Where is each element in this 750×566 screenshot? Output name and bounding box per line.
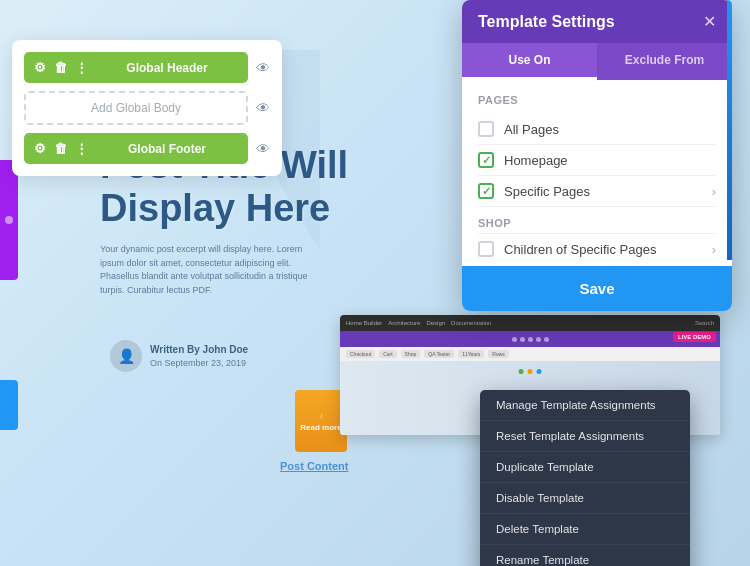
context-disable-template[interactable]: Disable Template <box>480 483 690 514</box>
global-header-row: ⚙ 🗑 ⋮ Global Header 👁 <box>24 52 270 83</box>
mini-cart: Cart <box>379 350 396 358</box>
save-button[interactable]: Save <box>462 266 732 311</box>
context-reset-assignments[interactable]: Reset Template Assignments <box>480 421 690 452</box>
global-footer-bar: ⚙ 🗑 ⋮ Global Footer <box>24 133 248 164</box>
page-item-homepage[interactable]: ✓ Homepage <box>478 145 716 176</box>
page-label-all-pages: All Pages <box>504 122 716 137</box>
toolbar-dot5 <box>544 337 549 342</box>
toolbar-dot2 <box>520 337 525 342</box>
mini-inner-dot2 <box>528 369 533 374</box>
modal-close-button[interactable]: ✕ <box>703 12 716 31</box>
read-more-label: Read more <box>300 423 341 432</box>
global-footer-row: ⚙ 🗑 ⋮ Global Footer 👁 <box>24 133 270 164</box>
global-header-bar: ⚙ 🗑 ⋮ Global Header <box>24 52 248 83</box>
page-item-children[interactable]: Children of Specific Pages › <box>478 233 716 264</box>
gear-icon[interactable]: ⚙ <box>34 60 46 75</box>
trash-icon[interactable]: 🗑 <box>54 60 67 75</box>
page-label-specific-pages: Specific Pages <box>504 184 702 199</box>
template-settings-modal: Template Settings ✕ Use On Exclude From … <box>462 0 732 311</box>
post-content-link[interactable]: Post Content <box>280 460 348 472</box>
global-header-label: Global Header <box>96 61 238 75</box>
context-manage-assignments[interactable]: Manage Template Assignments <box>480 390 690 421</box>
mini-nav-architecture: Architecture <box>388 320 420 326</box>
page-label-homepage: Homepage <box>504 153 716 168</box>
toolbar-dot4 <box>536 337 541 342</box>
sidebar-dot <box>5 216 13 224</box>
modal-tabs: Use On Exclude From <box>462 43 732 80</box>
add-global-body-bar[interactable]: Add Global Body <box>24 91 248 125</box>
mini-shop: Shop <box>401 350 421 358</box>
page-label-children: Children of Specific Pages <box>504 242 702 257</box>
author-area: 👤 Written By John Doe On September 23, 2… <box>110 340 248 372</box>
dots-icon[interactable]: ⋮ <box>75 60 88 75</box>
section-shop-label: Shop <box>478 217 716 229</box>
left-sidebar-indicator <box>0 160 18 280</box>
checkbox-children[interactable] <box>478 241 494 257</box>
checkbox-specific-pages[interactable]: ✓ <box>478 183 494 199</box>
global-footer-label: Global Footer <box>96 142 238 156</box>
mini-nav-home-builder: Home Builder <box>346 320 382 326</box>
context-delete-template[interactable]: Delete Template <box>480 514 690 545</box>
left-panel: ⚙ 🗑 ⋮ Global Header 👁 Add Global Body 👁 … <box>12 40 282 176</box>
mini-checkout: Checkout <box>346 350 375 358</box>
live-demo-badge[interactable]: LIVE DEMO <box>673 332 716 342</box>
read-more-arrow: ↓ <box>319 411 323 420</box>
page-item-all-pages[interactable]: All Pages <box>478 114 716 145</box>
chevron-children: › <box>712 242 716 257</box>
mini-nav-design: Design <box>426 320 445 326</box>
footer-trash-icon[interactable]: 🗑 <box>54 141 67 156</box>
chevron-specific-pages: › <box>712 184 716 199</box>
mini-nav-search: Search <box>695 320 714 326</box>
author-avatar: 👤 <box>110 340 142 372</box>
global-body-row: Add Global Body 👁 <box>24 91 270 125</box>
section-pages-label: Pages <box>478 94 716 106</box>
author-date: On September 23, 2019 <box>150 358 246 368</box>
post-excerpt: Your dynamic post excerpt will display h… <box>100 243 320 297</box>
modal-body: Pages All Pages ✓ Homepage ✓ Specific Pa… <box>462 80 732 264</box>
checkbox-all-pages[interactable] <box>478 121 494 137</box>
blue-side-indicator <box>0 380 18 430</box>
context-duplicate-template[interactable]: Duplicate Template <box>480 452 690 483</box>
mini-inner-dot3 <box>537 369 542 374</box>
header-eye-icon[interactable]: 👁 <box>256 60 270 76</box>
mini-rows: Rows <box>488 350 509 358</box>
mini-browser-nav: Home Builder Architecture Design Documen… <box>340 315 720 331</box>
footer-eye-icon[interactable]: 👁 <box>256 141 270 157</box>
mini-inner-dot1 <box>519 369 524 374</box>
mini-qa: QA Tester <box>424 350 454 358</box>
checkbox-homepage[interactable]: ✓ <box>478 152 494 168</box>
author-name: Written By John Doe <box>150 344 248 355</box>
mini-toolbar-inner <box>519 369 542 374</box>
footer-gear-icon[interactable]: ⚙ <box>34 141 46 156</box>
modal-title: Template Settings <box>478 13 615 31</box>
author-info: Written By John Doe On September 23, 201… <box>150 342 248 371</box>
context-menu: Manage Template Assignments Reset Templa… <box>480 390 690 566</box>
page-item-specific-pages[interactable]: ✓ Specific Pages › <box>478 176 716 207</box>
toolbar-dot3 <box>528 337 533 342</box>
context-rename-template[interactable]: Rename Template <box>480 545 690 566</box>
tab-use-on[interactable]: Use On <box>462 43 597 80</box>
mini-toolbar <box>340 331 720 347</box>
mini-toolbar-row2: Checkout Cart Shop QA Tester 11Years Row… <box>340 347 720 361</box>
body-eye-icon[interactable]: 👁 <box>256 100 270 116</box>
tab-exclude-from[interactable]: Exclude From <box>597 43 732 80</box>
mini-11years: 11Years <box>458 350 484 358</box>
modal-header: Template Settings ✕ <box>462 0 732 43</box>
toolbar-dot <box>512 337 517 342</box>
mini-nav-documentation: Documentation <box>451 320 491 326</box>
footer-dots-icon[interactable]: ⋮ <box>75 141 88 156</box>
add-global-body-label: Add Global Body <box>91 101 181 115</box>
modal-right-border-decoration <box>727 0 732 260</box>
